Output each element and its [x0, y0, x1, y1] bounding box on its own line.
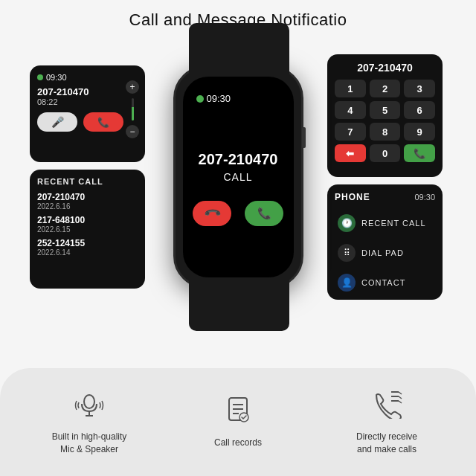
phone-menu-title: PHONE	[335, 192, 370, 202]
green-dot-icon	[37, 74, 43, 80]
phone-menu-recent-call[interactable]: 🕐 RECENT CALL	[335, 210, 435, 237]
watch-side-button[interactable]	[302, 127, 306, 148]
watch-call-buttons: 📞 📞	[193, 201, 283, 226]
watch-accept-button[interactable]: 📞	[245, 201, 283, 226]
contact-icon: 👤	[338, 274, 356, 292]
recent-call-entry-1: 207-210470 2022.6.16	[37, 192, 138, 210]
watch-call-label: CALL	[223, 171, 252, 183]
dialpad-key-9[interactable]: 9	[404, 123, 435, 141]
recent-call-entry-3: 252-124155 2022.6.14	[37, 238, 138, 257]
volume-bar	[132, 98, 134, 120]
incoming-time: 09:30	[37, 73, 138, 82]
svg-line-11	[399, 392, 402, 394]
dial-pad-label: DIAL PAD	[361, 248, 404, 257]
dialpad-call-button[interactable]: 📞	[404, 144, 435, 162]
phone-menu-dial-pad[interactable]: ⠿ DIAL PAD	[335, 239, 435, 266]
dialpad-number: 207-210470	[335, 62, 435, 74]
feature-mic-speaker: Built in high-qualityMic & Speaker	[30, 389, 149, 456]
feature-call-records-label: Call records	[214, 437, 262, 449]
svg-line-13	[399, 401, 402, 403]
dialpad-key-6[interactable]: 6	[404, 101, 435, 119]
phone-menu-header: PHONE 09:30	[335, 192, 435, 202]
hangup-button[interactable]: 📞	[83, 112, 123, 132]
incoming-call-card: 09:30 207-210470 08:22 + − 🎤 📞	[30, 65, 145, 162]
right-column: 207-210470 1 2 3 4 5 6 7 8 9 ⬅ 0 📞 PHONE…	[327, 54, 446, 300]
dialpad-key-0[interactable]: 0	[370, 144, 401, 162]
call-action-buttons: 🎤 📞	[37, 112, 138, 132]
watch-body: 09:30 207-210470 CALL 📞 📞	[173, 65, 303, 289]
phone-menu-contact[interactable]: 👤 CONTACT	[335, 269, 435, 296]
watch-container: 09:30 207-210470 CALL 📞 📞	[156, 36, 320, 318]
recent-calls-title: RECENT CALL	[37, 177, 138, 186]
recent-call-label: RECENT CALL	[361, 219, 426, 228]
phone-menu-card: PHONE 09:30 🕐 RECENT CALL ⠿ DIAL PAD 👤 C…	[327, 184, 443, 300]
feature-mic-speaker-label: Built in high-qualityMic & Speaker	[52, 431, 127, 456]
volume-controls: + −	[126, 80, 139, 138]
mic-speaker-icon	[74, 389, 104, 425]
dialpad-key-3[interactable]: 3	[404, 80, 435, 97]
dialpad-key-8[interactable]: 8	[370, 123, 401, 141]
left-column: 09:30 207-210470 08:22 + − 🎤 📞 RECENT CA…	[30, 65, 149, 289]
dialpad-key-1[interactable]: 1	[335, 80, 366, 97]
watch-phone-number: 207-210470	[199, 151, 278, 168]
dialpad-delete-button[interactable]: ⬅	[335, 144, 366, 162]
dial-pad-icon: ⠿	[338, 244, 356, 262]
main-area: 09:30 207-210470 08:22 + − 🎤 📞 RECENT CA…	[0, 36, 476, 318]
incoming-number: 207-210470	[37, 86, 138, 97]
volume-down-icon[interactable]: −	[126, 125, 139, 138]
svg-line-12	[399, 396, 402, 399]
svg-point-0	[84, 395, 94, 408]
dialpad-key-5[interactable]: 5	[370, 101, 401, 119]
phone-menu-time: 09:30	[414, 193, 435, 202]
recent-calls-card: RECENT CALL 207-210470 2022.6.16 217-648…	[30, 170, 145, 289]
watch-time: 09:30	[196, 93, 231, 104]
dialpad-card: 207-210470 1 2 3 4 5 6 7 8 9 ⬅ 0 📞	[327, 54, 443, 177]
receive-calls-icon	[370, 389, 403, 425]
feature-call-records: Call records	[178, 395, 298, 449]
watch-decline-button[interactable]: 📞	[193, 201, 231, 226]
call-records-icon	[223, 395, 253, 431]
contact-label: CONTACT	[361, 278, 405, 287]
dialpad-grid: 1 2 3 4 5 6 7 8 9 ⬅ 0 📞	[335, 80, 435, 162]
recent-call-icon: 🕐	[338, 214, 356, 232]
recent-call-entry-2: 217-648100 2022.6.15	[37, 215, 138, 234]
feature-receive-calls-label: Directly receiveand make calls	[356, 431, 417, 456]
features-section: Built in high-qualityMic & Speaker Call …	[0, 368, 476, 476]
incoming-duration: 08:22	[37, 97, 138, 106]
watch-green-dot-icon	[196, 95, 204, 103]
volume-up-icon[interactable]: +	[126, 80, 139, 94]
mute-button[interactable]: 🎤	[37, 112, 77, 132]
dialpad-key-7[interactable]: 7	[335, 123, 366, 141]
watch-screen: 09:30 207-210470 CALL 📞 📞	[183, 77, 294, 277]
dialpad-key-4[interactable]: 4	[335, 101, 366, 119]
dialpad-key-2[interactable]: 2	[370, 80, 401, 97]
feature-receive-calls: Directly receiveand make calls	[327, 389, 446, 456]
